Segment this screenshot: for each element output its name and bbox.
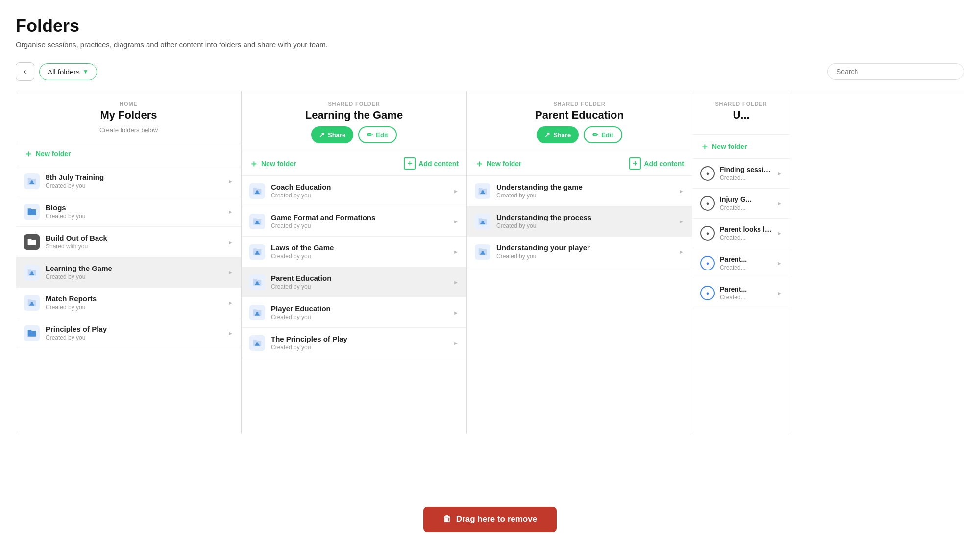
item-name: Understanding the game (496, 183, 673, 191)
chevron-right-icon: ► (777, 171, 782, 176)
new-folder-button-content-panel[interactable]: ＋New folder (700, 141, 747, 152)
column-actions-learning-game: ＋New folder＋Add content (242, 151, 466, 176)
page-subtitle: Organise sessions, practices, diagrams a… (16, 40, 964, 49)
new-folder-button-parent-education[interactable]: ＋New folder (475, 158, 522, 170)
plus-icon: ＋ (24, 148, 33, 160)
item-subtitle: Created by you (46, 182, 222, 189)
share-button-learning-game[interactable]: ↗Share (311, 126, 353, 143)
add-content-button-learning-game[interactable]: ＋Add content (404, 157, 459, 170)
folder-icon (249, 335, 265, 351)
folder-item[interactable]: The Principles of PlayCreated by you► (242, 328, 466, 358)
chevron-right-icon: ► (679, 219, 684, 224)
item-name: Player Education (271, 304, 447, 313)
chevron-right-icon: ► (777, 290, 782, 296)
new-folder-button-learning-game[interactable]: ＋New folder (249, 158, 296, 170)
folder-icon (249, 244, 265, 260)
item-subtitle: Created by you (271, 192, 447, 199)
plus-icon: ＋ (700, 141, 709, 152)
item-name: Principles of Play (46, 325, 222, 333)
column-actions-my-folders: ＋New folder (16, 142, 241, 166)
folder-item[interactable]: Principles of PlayCreated by you► (16, 318, 241, 348)
column-title-parent-education: Parent Education (477, 109, 682, 122)
item-subtitle: Created by you (46, 304, 222, 311)
item-subtitle: Created... (720, 174, 772, 181)
folder-item[interactable]: Coach EducationCreated by you► (242, 176, 466, 206)
item-name: Learning the Game (46, 264, 222, 272)
item-name: 8th July Training (46, 173, 222, 181)
folder-item[interactable]: 8th July TrainingCreated by you► (16, 166, 241, 196)
item-subtitle: Created by you (496, 192, 673, 199)
folder-item[interactable]: Build Out of BackShared with you► (16, 227, 241, 257)
columns-container: HOMEMy FoldersCreate folders below＋New f… (16, 91, 964, 434)
folder-item[interactable]: Player EducationCreated by you► (242, 297, 466, 328)
edit-button-parent-education[interactable]: ✏Edit (584, 126, 622, 143)
column-label-parent-education: SHARED FOLDER (477, 101, 682, 107)
chevron-right-icon: ► (777, 230, 782, 236)
folder-icon (24, 173, 40, 189)
edit-label: Edit (601, 131, 613, 139)
item-name: Understanding the process (496, 213, 673, 221)
chevron-right-icon: ► (453, 279, 459, 285)
column-subtitle-my-folders: Create folders below (26, 126, 231, 134)
plus-square-icon: ＋ (404, 157, 416, 170)
item-name: Laws of the Game (271, 244, 447, 252)
item-subtitle: Created by you (46, 273, 222, 280)
column-label-content-panel: SHARED FOLDER (702, 101, 780, 107)
all-folders-button[interactable]: All folders ▼ (39, 63, 97, 80)
search-input[interactable] (836, 68, 955, 75)
column-label-learning-game: SHARED FOLDER (251, 101, 457, 107)
item-name: Understanding your player (496, 244, 673, 252)
add-content-button-parent-education[interactable]: ＋Add content (629, 157, 684, 170)
item-name: Finding session... (720, 166, 772, 173)
folder-item[interactable]: Match ReportsCreated by you► (16, 288, 241, 318)
back-icon: ‹ (24, 67, 26, 76)
new-folder-button-my-folders[interactable]: ＋New folder (24, 148, 71, 160)
all-folders-label: All folders (48, 68, 80, 76)
folder-icon (249, 183, 265, 199)
folder-list-learning-game: Coach EducationCreated by you► Game Form… (242, 176, 466, 434)
list-item[interactable]: ●Parent...Created...► (692, 278, 790, 308)
item-subtitle: Created by you (271, 314, 447, 320)
item-subtitle: Created by you (271, 283, 447, 290)
back-button[interactable]: ‹ (16, 62, 34, 81)
item-name: Parent... (720, 255, 772, 263)
item-name: Match Reports (46, 295, 222, 303)
item-name: Coach Education (271, 183, 447, 191)
chevron-right-icon: ► (679, 249, 684, 255)
chevron-right-icon: ► (453, 219, 459, 224)
search-box[interactable] (827, 63, 964, 80)
folder-item[interactable]: Learning the GameCreated by you► (16, 257, 241, 288)
folder-item[interactable]: Understanding your playerCreated by you► (467, 237, 692, 267)
item-subtitle: Created by you (46, 213, 222, 220)
column-actions-content-panel: ＋New folder (692, 135, 790, 159)
list-item[interactable]: ●Finding session...Created...► (692, 159, 790, 189)
folder-icon (24, 265, 40, 280)
list-item[interactable]: ●Parent looks li...Created...► (692, 219, 790, 248)
folder-icon (24, 325, 40, 341)
list-item[interactable]: ●Parent...Created...► (692, 248, 790, 278)
folder-item[interactable]: BlogsCreated by you► (16, 196, 241, 227)
folder-icon (475, 214, 490, 229)
column-header-content-panel: SHARED FOLDERU... (692, 91, 790, 135)
item-subtitle: Created... (720, 204, 772, 211)
folder-icon (24, 234, 40, 250)
column-actions-parent-education: ＋New folder＋Add content (467, 151, 692, 176)
chevron-right-icon: ► (453, 310, 459, 316)
content-icon: ● (700, 256, 715, 270)
edit-button-learning-game[interactable]: ✏Edit (358, 126, 397, 143)
folder-item[interactable]: Game Format and FormationsCreated by you… (242, 206, 466, 237)
folder-item[interactable]: Understanding the gameCreated by you► (467, 176, 692, 206)
folder-item[interactable]: Laws of the GameCreated by you► (242, 237, 466, 267)
content-icon: ● (700, 166, 715, 181)
item-name: Game Format and Formations (271, 213, 447, 221)
chevron-right-icon: ► (228, 330, 233, 336)
folder-item[interactable]: Parent EducationCreated by you► (242, 267, 466, 297)
share-button-parent-education[interactable]: ↗Share (537, 126, 579, 143)
item-subtitle: Created by you (496, 253, 673, 260)
folder-item[interactable]: Understanding the processCreated by you► (467, 206, 692, 237)
folder-icon (24, 295, 40, 311)
column-label-my-folders: HOME (26, 101, 231, 107)
item-subtitle: Created... (720, 294, 772, 301)
list-item[interactable]: ●Injury G...Created...► (692, 189, 790, 219)
header-actions-learning-game: ↗Share✏Edit (251, 126, 457, 143)
